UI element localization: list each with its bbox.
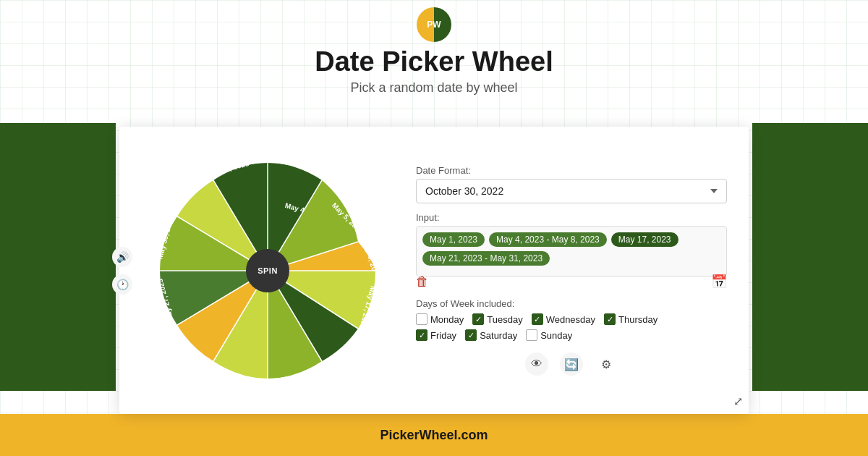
tag-3: May 17, 2023 (611, 232, 678, 247)
wheel-container: May 4, 2023 May 5, 2023 May 6, 2023 May … (152, 155, 383, 387)
input-area[interactable]: May 1, 2023 May 4, 2023 - May 8, 2023 Ma… (416, 226, 727, 276)
day-thursday: ✓ Thursday (604, 313, 658, 325)
spin-button[interactable]: SPIN (246, 249, 289, 292)
tuesday-label: Tuesday (487, 314, 522, 325)
right-panel: Date Format: October 30, 2022 Input: May… (416, 165, 727, 376)
thursday-checkbox[interactable]: ✓ (604, 313, 616, 325)
day-monday: Monday (416, 313, 464, 325)
logo-text: PW (427, 20, 441, 30)
tag-1: May 1, 2023 (422, 232, 485, 247)
calendar-icon[interactable]: 📅 (711, 274, 727, 290)
monday-label: Monday (430, 314, 464, 325)
saturday-label: Saturday (480, 330, 517, 341)
date-format-label: Date Format: (416, 165, 727, 176)
side-icons: 🔊 🕐 (112, 247, 132, 295)
tag-2: May 4, 2023 - May 8, 2023 (489, 232, 607, 247)
delete-input-icon[interactable]: 🗑 (416, 274, 429, 290)
wednesday-label: Wednesday (546, 314, 595, 325)
main-card: 🔊 🕐 May 4, 2023 May 5, 2023 May 6, 2023 (119, 127, 749, 414)
bottom-icons: 👁 🔄 ⚙ (416, 352, 727, 376)
header: PW Date Picker Wheel Pick a random date … (0, 0, 868, 96)
days-label: Days of Week included: (416, 298, 727, 309)
tag-4: May 21, 2023 - May 31, 2023 (422, 251, 550, 266)
days-row-1: Monday ✓ Tuesday ✓ Wednesday ✓ Thursday (416, 313, 727, 325)
expand-icon[interactable]: ⤢ (733, 394, 743, 408)
eye-icon[interactable]: 👁 (525, 352, 548, 376)
page-subtitle: Pick a random date by wheel (0, 80, 868, 96)
history-icon[interactable]: 🕐 (112, 274, 132, 295)
sound-icon[interactable]: 🔊 (112, 247, 132, 267)
monday-checkbox[interactable] (416, 313, 427, 325)
day-saturday: ✓ Saturday (465, 329, 517, 341)
left-sidebar (0, 123, 116, 391)
thursday-label: Thursday (618, 314, 658, 325)
input-label: Input: (416, 212, 727, 223)
right-sidebar (752, 123, 868, 391)
friday-label: Friday (430, 330, 456, 341)
input-section: Input: May 1, 2023 May 4, 2023 - May 8, … (416, 212, 727, 290)
input-icons: 🗑 📅 (416, 274, 727, 290)
page-title: Date Picker Wheel (0, 46, 868, 77)
saturday-checkbox[interactable]: ✓ (465, 329, 477, 341)
footer-text: PickerWheel.com (380, 428, 488, 443)
days-row-2: ✓ Friday ✓ Saturday Sunday (416, 329, 727, 341)
sunday-checkbox[interactable] (526, 329, 537, 341)
wednesday-checkbox[interactable]: ✓ (532, 313, 543, 325)
refresh-icon[interactable]: 🔄 (560, 352, 583, 376)
wheel-section: 🔊 🕐 May 4, 2023 May 5, 2023 May 6, 2023 (141, 155, 394, 387)
footer-bar: PickerWheel.com (0, 414, 868, 456)
tuesday-checkbox[interactable]: ✓ (472, 313, 484, 325)
date-format-select[interactable]: October 30, 2022 (416, 179, 727, 203)
day-sunday: Sunday (526, 329, 572, 341)
sunday-label: Sunday (540, 330, 572, 341)
logo: PW (417, 7, 451, 42)
days-section: Days of Week included: Monday ✓ Tuesday … (416, 298, 727, 341)
day-friday: ✓ Friday (416, 329, 456, 341)
friday-checkbox[interactable]: ✓ (416, 329, 427, 341)
day-wednesday: ✓ Wednesday (532, 313, 595, 325)
date-format-section: Date Format: October 30, 2022 (416, 165, 727, 203)
settings-icon[interactable]: ⚙ (595, 352, 618, 376)
day-tuesday: ✓ Tuesday (472, 313, 522, 325)
